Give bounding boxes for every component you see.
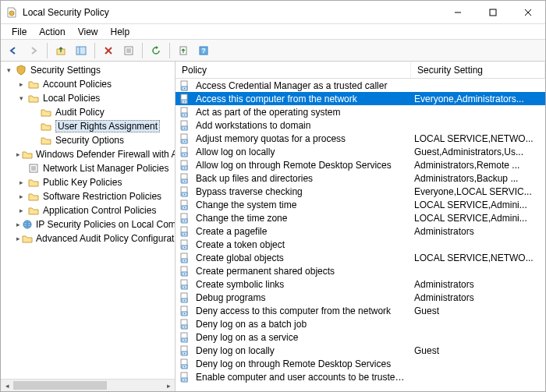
tree-item[interactable]: Audit Policy: [1, 105, 175, 119]
list-row[interactable]: Deny log on as a batch job: [176, 317, 545, 330]
tree-label: Audit Policy: [55, 107, 105, 118]
list-row[interactable]: Create permanent shared objects: [176, 264, 545, 277]
security-setting: LOCAL SERVICE,Admini...: [410, 213, 545, 224]
close-button[interactable]: [510, 1, 545, 24]
delete-icon: [103, 45, 114, 56]
tree-item[interactable]: ▸Windows Defender Firewall with Adva: [1, 147, 175, 161]
list-row[interactable]: Allow log on locallyGuest,Administrators…: [176, 145, 545, 158]
list-panel[interactable]: Policy Security Setting Access Credentia…: [176, 62, 545, 391]
list-header: Policy Security Setting: [176, 62, 545, 79]
list-row[interactable]: Access Credential Manager as a trusted c…: [176, 79, 545, 92]
chevron-right-icon[interactable]: ▸: [16, 206, 26, 215]
list-row[interactable]: Add workstations to domain: [176, 118, 545, 132]
delete-button[interactable]: [99, 41, 118, 60]
tree-spacer: [29, 108, 38, 117]
menu-file[interactable]: File: [5, 25, 33, 39]
list-row[interactable]: Create symbolic linksAdministrators: [176, 277, 545, 291]
chevron-right-icon[interactable]: ▸: [16, 150, 20, 159]
tree-panel[interactable]: ▾ Security Settings ▸Account Policies▾Lo…: [1, 62, 176, 391]
list-row[interactable]: Allow log on through Remote Desktop Serv…: [176, 158, 545, 171]
properties-button[interactable]: [119, 41, 138, 60]
svg-point-27: [184, 101, 186, 102]
tree-item[interactable]: ▸IP Security Policies on Local Compute: [1, 217, 175, 231]
column-header-policy[interactable]: Policy: [176, 62, 411, 78]
tree-label: Advanced Audit Policy Configuration: [36, 233, 176, 244]
list-row[interactable]: Change the system timeLOCAL SERVICE,Admi…: [176, 198, 545, 211]
list-row[interactable]: Deny log on as a service: [176, 330, 545, 344]
up-button[interactable]: [51, 41, 70, 60]
policy-name: Deny log on as a service: [191, 332, 410, 343]
menu-help[interactable]: Help: [105, 25, 136, 39]
svg-point-0: [9, 11, 14, 16]
tree-label: Account Policies: [43, 79, 112, 90]
tree-item[interactable]: ▸Application Control Policies: [1, 203, 175, 217]
list-row[interactable]: Act as part of the operating system: [176, 105, 545, 118]
tree-item[interactable]: ▸Public Key Policies: [1, 175, 175, 189]
list-row[interactable]: Access this computer from the networkEve…: [176, 92, 545, 105]
back-button[interactable]: [4, 41, 23, 60]
svg-point-78: [184, 326, 186, 327]
list-row[interactable]: Deny log on through Remote Desktop Servi…: [176, 357, 545, 370]
window-buttons: [440, 1, 545, 24]
maximize-button[interactable]: [475, 1, 510, 24]
tree-item[interactable]: ▾Local Policies: [1, 91, 175, 105]
policy-name: Create a token object: [191, 239, 410, 250]
list-row[interactable]: Change the time zoneLOCAL SERVICE,Admini…: [176, 211, 545, 224]
folder-icon: [22, 148, 33, 161]
chevron-right-icon[interactable]: [16, 164, 26, 173]
tree-item[interactable]: Security Options: [1, 133, 175, 147]
list-row[interactable]: Deny log on locallyGuest: [176, 344, 545, 357]
chevron-down-icon[interactable]: ▾: [16, 94, 26, 103]
tree-item[interactable]: Network List Manager Policies: [1, 161, 175, 175]
scroll-right-icon[interactable]: ▸: [162, 380, 175, 391]
policy-icon: [179, 252, 191, 264]
policy-icon: [179, 225, 191, 238]
scroll-left-icon[interactable]: ◂: [1, 380, 13, 391]
export-button[interactable]: [174, 41, 193, 60]
svg-point-84: [184, 352, 186, 354]
security-setting: LOCAL SERVICE,NETWO...: [410, 253, 545, 263]
tree-item[interactable]: User Rights Assignment: [1, 119, 175, 133]
chevron-right-icon[interactable]: ▸: [16, 192, 26, 201]
column-header-setting[interactable]: Security Setting: [411, 62, 545, 78]
list-row[interactable]: Create a token object: [176, 238, 545, 251]
chevron-right-icon[interactable]: ▸: [16, 178, 26, 187]
forward-button[interactable]: [24, 41, 43, 60]
tree-item[interactable]: ▸Account Policies: [1, 77, 175, 91]
svg-point-42: [184, 167, 186, 168]
list-row[interactable]: Deny access to this computer from the ne…: [176, 304, 545, 317]
help-button[interactable]: ?: [194, 41, 213, 60]
chevron-right-icon[interactable]: ▸: [16, 234, 20, 243]
app-icon: [5, 6, 18, 19]
chevron-down-icon[interactable]: ▾: [4, 65, 13, 75]
tree-item[interactable]: ▸Software Restriction Policies: [1, 189, 175, 203]
menu-view[interactable]: View: [72, 25, 105, 39]
list-row[interactable]: Debug programsAdministrators: [176, 291, 545, 304]
show-hide-button[interactable]: [72, 41, 90, 60]
menubar: File Action View Help: [1, 24, 545, 40]
chevron-right-icon[interactable]: ▸: [16, 79, 26, 89]
menu-action[interactable]: Action: [33, 25, 71, 39]
policy-icon: [179, 185, 191, 198]
policy-name: Create symbolic links: [191, 279, 410, 290]
scroll-track[interactable]: [13, 380, 162, 391]
refresh-button[interactable]: [147, 41, 165, 60]
svg-point-90: [184, 379, 186, 380]
policy-icon: [179, 318, 191, 330]
minimize-button[interactable]: [440, 1, 475, 24]
list-row[interactable]: Enable computer and user accounts to be …: [176, 370, 545, 383]
list-row[interactable]: Bypass traverse checkingEveryone,LOCAL S…: [176, 185, 545, 198]
list-row[interactable]: Back up files and directoriesAdministrat…: [176, 171, 545, 185]
policy-name: Back up files and directories: [191, 173, 410, 184]
list-row[interactable]: Create a pagefileAdministrators: [176, 224, 545, 238]
svg-rect-2: [490, 9, 496, 16]
tree-label: IP Security Policies on Local Compute: [36, 219, 176, 230]
tree-item[interactable]: ▸Advanced Audit Policy Configuration: [1, 231, 175, 245]
list-row[interactable]: Adjust memory quotas for a processLOCAL …: [176, 132, 545, 145]
tree-root[interactable]: ▾ Security Settings: [1, 63, 175, 77]
scroll-thumb[interactable]: [13, 381, 107, 390]
horizontal-scrollbar[interactable]: ◂ ▸: [1, 379, 175, 391]
list-row[interactable]: Create global objectsLOCAL SERVICE,NETWO…: [176, 251, 545, 264]
chevron-right-icon[interactable]: ▸: [16, 220, 20, 229]
window-title: Local Security Policy: [23, 7, 440, 18]
